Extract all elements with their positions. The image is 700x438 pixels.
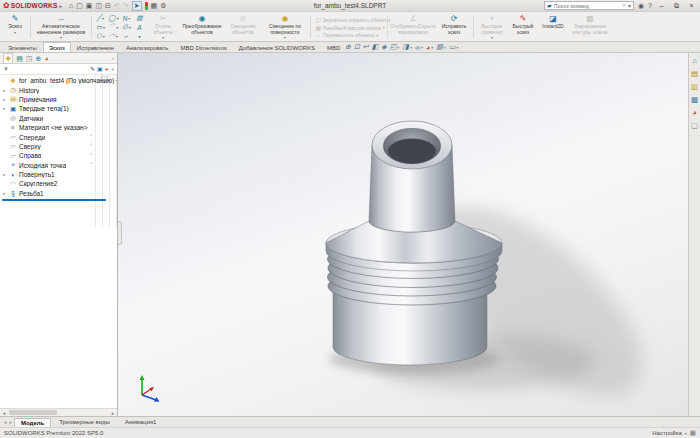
section-view-icon[interactable]: ◧	[372, 43, 379, 51]
filter-icon[interactable]: ▼	[3, 66, 9, 72]
tab-motion-study[interactable]: Анимация1	[118, 417, 164, 427]
new-document-icon[interactable]: ▢	[76, 2, 83, 10]
select-icon[interactable]: ➤	[132, 1, 142, 11]
tree-item-top-plane[interactable]: ▱ Сверху	[0, 142, 117, 151]
tree-item-history[interactable]: ▸ ◷ History	[0, 85, 117, 94]
custom-properties-icon[interactable]: ▢	[691, 122, 698, 130]
displaymanager-tab[interactable]: ◕	[44, 54, 48, 63]
scroll-right-icon[interactable]: ▸	[109, 410, 117, 416]
tabs-scroll-left-icon[interactable]: ◂	[3, 419, 8, 425]
file-properties-icon[interactable]: ▦	[151, 2, 158, 10]
repair-sketch-button[interactable]: ⟳ Исправить эскиз	[437, 13, 471, 41]
tab-model[interactable]: Модель	[14, 418, 51, 427]
appearances-icon[interactable]: ◕	[692, 109, 697, 117]
print-icon[interactable]: ⊟	[105, 2, 111, 10]
instant2d-button[interactable]: ◪ Instant2D	[538, 13, 568, 41]
login-icon[interactable]: ◉	[638, 2, 644, 10]
zoom-area-icon[interactable]: ⊡	[354, 43, 360, 51]
design-library-icon[interactable]: ▤	[691, 70, 698, 78]
tab-mbd-dimensions[interactable]: MBD Dimensions	[174, 42, 232, 52]
search-dropdown-icon[interactable]: ▾	[628, 2, 631, 9]
previous-view-icon[interactable]: ↩	[363, 43, 369, 51]
smart-dimension-button[interactable]: ↔ Автоматическое нанесение размеров ▾	[33, 13, 89, 41]
circle-icon[interactable]: ◯▾	[107, 14, 120, 23]
search-input[interactable]	[554, 3, 621, 9]
featuremanager-tab[interactable]: ❖	[3, 53, 13, 64]
help-icon[interactable]: ?	[648, 2, 652, 9]
tab-sketch[interactable]: Эскиз	[43, 42, 71, 52]
redo-icon[interactable]: ↷	[123, 2, 129, 10]
apply-scene-icon[interactable]: ▨▾	[436, 43, 446, 51]
tree-item-revolve1[interactable]: ▸ ◗ Повернуть1	[0, 170, 117, 179]
expand-arrow-icon[interactable]: ▸	[2, 88, 7, 93]
propertymanager-tab[interactable]: ▤	[16, 54, 23, 63]
smart-dimension-dropdown-icon[interactable]: ▾	[60, 36, 62, 40]
hide-show-items-icon[interactable]: ∞▾	[415, 44, 423, 51]
display-style-icon[interactable]: ◨▾	[402, 43, 412, 51]
restore-button[interactable]: ⧉	[671, 1, 682, 11]
sketch-fillet-icon[interactable]: ◠▾	[107, 32, 120, 41]
tree-item-solid-bodies[interactable]: ▸ ▣ Твердые тела(1)	[0, 104, 117, 113]
tab-markup[interactable]: Исправление	[71, 42, 120, 52]
tree-item-fillet2[interactable]: ◠ Скругление2	[0, 179, 117, 188]
zoom-fit-icon[interactable]: ⊕	[345, 43, 351, 51]
tab-mbd[interactable]: MBD	[321, 42, 346, 52]
model-3d-part[interactable]	[118, 53, 688, 416]
open-document-icon[interactable]: ▣	[86, 2, 93, 10]
tab-solidworks-addins[interactable]: Добавления SOLIDWORKS	[233, 42, 321, 52]
point-icon[interactable]: ▪	[133, 32, 146, 41]
tree-item-thread1[interactable]: ▸ § Резьба1	[0, 189, 117, 198]
edit-appearance-icon[interactable]: ◕▾	[426, 44, 433, 51]
display-pane-display-mode-icon[interactable]: ▣	[97, 66, 103, 73]
expand-arrow-icon[interactable]: ▸	[2, 172, 7, 177]
tab-3d-views[interactable]: Трехмерные виды	[52, 417, 117, 427]
text-icon[interactable]: A	[133, 23, 146, 32]
tree-item-origin[interactable]: ⌖ Исходная точка	[0, 161, 117, 170]
status-tag-icon[interactable]: ▦	[690, 429, 696, 437]
tree-item-right-plane[interactable]: ▱ Справа	[0, 151, 117, 160]
save-icon[interactable]: ◫	[95, 2, 102, 10]
collapse-display-pane-icon[interactable]: ‹	[112, 55, 114, 61]
tab-features[interactable]: Элементы	[2, 42, 43, 52]
tab-evaluate[interactable]: Анализировать	[120, 42, 174, 52]
spline-icon[interactable]: N▾	[120, 14, 133, 23]
graphics-viewport[interactable]	[118, 53, 688, 416]
tree-horizontal-scrollbar[interactable]: ◂ ▸	[0, 408, 117, 416]
command-search[interactable]: ▰ ⌕ ▾	[544, 1, 634, 10]
tree-root[interactable]: ❖ for_ambu_test4 (По умолчанию) <<По	[0, 76, 117, 85]
rectangle-icon[interactable]: ▭▾	[94, 23, 107, 32]
close-button[interactable]: ×	[686, 1, 697, 11]
dynamic-annotation-icon[interactable]: ◈	[381, 43, 386, 51]
polygon-icon[interactable]: ⬡▾	[94, 32, 107, 41]
tree-item-annotations[interactable]: ▸ ▤ Примечания	[0, 95, 117, 104]
offset-surface-dropdown-icon[interactable]: ▾	[284, 36, 286, 40]
scrollbar-thumb[interactable]	[9, 410, 57, 415]
display-pane-appearance-icon[interactable]: ◕	[105, 66, 109, 73]
panel-splitter-handle[interactable]	[118, 221, 122, 245]
view-orientation-icon[interactable]: ◰▾	[390, 43, 400, 51]
configurationmanager-tab[interactable]: ◳	[26, 54, 33, 63]
rapid-sketch-button[interactable]: ✎ Быстрый эскиз	[509, 13, 537, 41]
display-pane-transparency-icon[interactable]: ◑	[110, 66, 114, 73]
dimxpertmanager-tab[interactable]: ⊕	[36, 54, 42, 63]
ellipse-icon[interactable]: ∅▾	[120, 23, 133, 32]
arc-icon[interactable]: ⌒▾	[107, 23, 120, 32]
minimize-button[interactable]: –	[656, 1, 667, 11]
menu-flyout-icon[interactable]: ▸	[59, 3, 62, 9]
sketch-button[interactable]: ✎ Эскиз ▾	[2, 13, 28, 41]
options-icon[interactable]: ⚙	[160, 2, 166, 10]
solidworks-resources-icon[interactable]: ⌂	[692, 57, 697, 65]
sketch-dropdown-icon[interactable]: ▾	[14, 31, 16, 35]
expand-arrow-icon[interactable]: ▸	[2, 106, 7, 111]
tree-item-sensors[interactable]: ◎ Датчики	[0, 114, 117, 123]
offset-on-surface-button[interactable]: ◉ Смещение по поверхности ▾	[262, 13, 308, 41]
rebuild-icon[interactable]	[145, 2, 148, 10]
convert-entities-button[interactable]: ◉ Преобразование объектов	[180, 13, 224, 41]
file-explorer-icon[interactable]: ▥	[691, 83, 698, 91]
expand-arrow-icon[interactable]: ▸	[2, 97, 7, 102]
corner-icon[interactable]: ⌐	[120, 32, 133, 41]
customize-button[interactable]: Настройка	[652, 430, 682, 436]
tree-item-material[interactable]: ≡ Материал <не указан>	[0, 123, 117, 132]
home-icon[interactable]: ⌂	[69, 2, 73, 10]
scroll-left-icon[interactable]: ◂	[0, 410, 8, 416]
